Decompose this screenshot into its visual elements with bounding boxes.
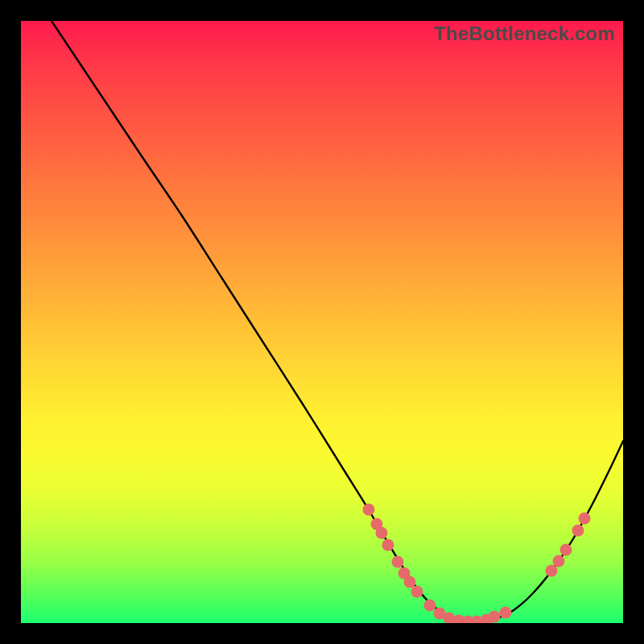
- marker-dot: [404, 576, 416, 588]
- marker-dot: [560, 544, 572, 556]
- marker-dot: [579, 513, 591, 525]
- chart-svg: [21, 21, 623, 623]
- marker-dot: [500, 607, 512, 619]
- marker-dot: [411, 586, 423, 598]
- bottleneck-curve: [52, 21, 623, 621]
- marker-dot: [489, 611, 501, 623]
- marker-dot: [424, 600, 436, 612]
- curve-markers: [363, 504, 591, 624]
- marker-dot: [392, 556, 404, 568]
- marker-dot: [553, 555, 565, 568]
- marker-dot: [546, 565, 558, 577]
- marker-dot: [376, 527, 388, 539]
- plot-frame: TheBottleneck.com: [21, 21, 623, 623]
- marker-dot: [382, 539, 394, 551]
- marker-dot: [363, 504, 375, 516]
- marker-dot: [572, 525, 584, 537]
